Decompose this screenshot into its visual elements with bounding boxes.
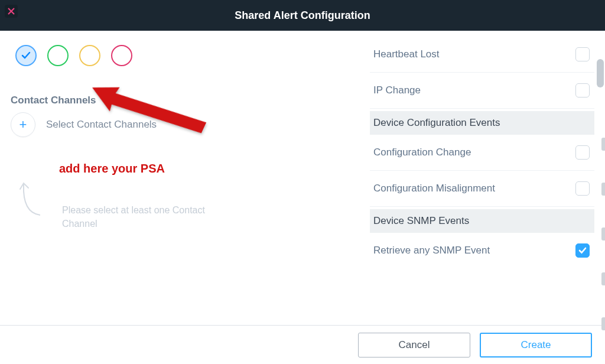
event-label: Retrieve any SNMP Event xyxy=(373,245,490,256)
event-label: Configuration Change xyxy=(373,147,471,158)
check-icon xyxy=(21,50,31,61)
modal-title: Shared Alert Configuration xyxy=(235,9,370,22)
events-list: Heartbeat Lost IP Change Device Configur… xyxy=(362,37,600,268)
annotation-add-psa: add here your PSA xyxy=(59,162,165,176)
severity-color-yellow[interactable] xyxy=(79,45,100,66)
severity-color-green[interactable] xyxy=(47,45,69,66)
event-group-device-config: Device Configuration Events xyxy=(370,111,594,135)
left-panel: Contact Channels + Select Contact Channe… xyxy=(0,31,362,325)
checkbox-retrieve-snmp[interactable] xyxy=(575,243,590,258)
close-button[interactable] xyxy=(5,5,18,18)
checkbox-config-change[interactable] xyxy=(575,145,590,160)
severity-color-blue[interactable] xyxy=(15,45,37,66)
edge-indicators xyxy=(601,138,605,330)
event-row-heartbeat-lost: Heartbeat Lost xyxy=(370,37,594,73)
event-row-ip-change: IP Change xyxy=(370,73,594,109)
modal-titlebar: Shared Alert Configuration xyxy=(0,0,605,31)
shared-alert-config-modal: Shared Alert Configuration Contact Chann… xyxy=(0,0,605,364)
check-icon xyxy=(578,246,587,255)
event-row-config-misalignment: Configuration Misalignment xyxy=(370,171,594,207)
hint-arrow-icon xyxy=(18,178,47,222)
create-button[interactable]: Create xyxy=(480,333,592,358)
severity-color-pink[interactable] xyxy=(111,45,132,66)
severity-color-picker xyxy=(11,40,350,83)
event-row-config-change: Configuration Change xyxy=(370,135,594,171)
checkbox-heartbeat-lost[interactable] xyxy=(575,47,590,61)
event-row-retrieve-snmp: Retrieve any SNMP Event xyxy=(370,233,594,268)
event-group-snmp: Device SNMP Events xyxy=(370,209,594,233)
event-label: Configuration Misalignment xyxy=(373,183,495,194)
right-panel: Heartbeat Lost IP Change Device Configur… xyxy=(362,31,600,325)
contact-channel-hint: Please select at least one Contact Chann… xyxy=(62,203,239,230)
modal-body: Contact Channels + Select Contact Channe… xyxy=(0,31,605,325)
svg-marker-0 xyxy=(86,73,206,151)
close-icon xyxy=(8,8,15,15)
modal-footer: Cancel Create xyxy=(0,325,605,364)
checkbox-ip-change[interactable] xyxy=(575,83,590,98)
cancel-button[interactable]: Cancel xyxy=(358,333,470,358)
event-label: Heartbeat Lost xyxy=(373,48,440,60)
event-label: IP Change xyxy=(373,84,421,96)
scrollbar-thumb[interactable] xyxy=(597,59,604,87)
add-contact-channel-button[interactable]: + xyxy=(11,112,35,137)
plus-icon: + xyxy=(19,117,27,132)
checkbox-config-misalignment[interactable] xyxy=(575,181,590,196)
